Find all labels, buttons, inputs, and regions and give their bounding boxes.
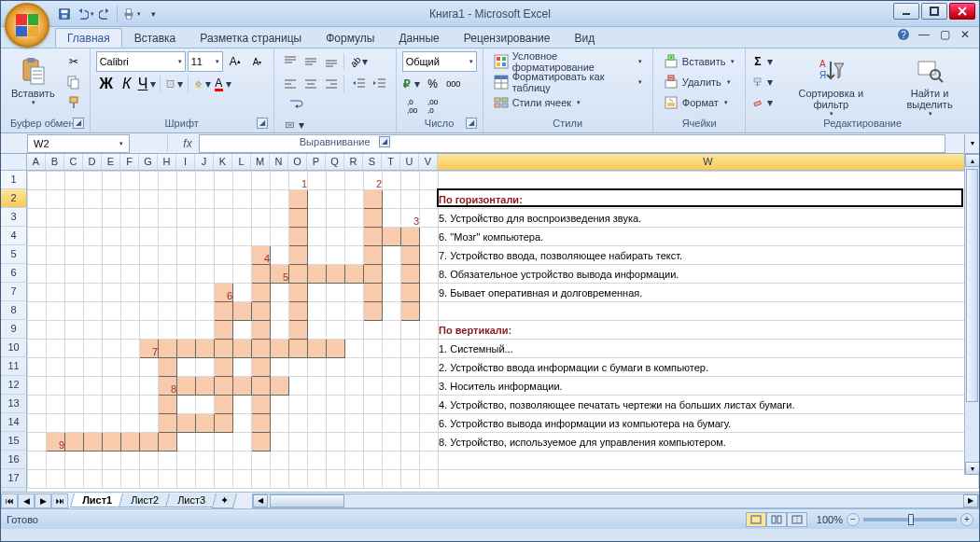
cell-J10[interactable] <box>196 340 215 358</box>
cell-H6[interactable] <box>159 265 177 284</box>
cell-U10[interactable] <box>401 340 420 358</box>
cell-A5[interactable] <box>28 246 47 265</box>
cell-I17[interactable] <box>177 470 196 489</box>
cell-S6[interactable] <box>364 265 383 284</box>
cell-L16[interactable] <box>233 452 252 470</box>
cell-J4[interactable] <box>196 228 215 246</box>
cell-C12[interactable] <box>65 377 84 396</box>
percent-button[interactable]: % <box>423 74 443 94</box>
cell-B2[interactable] <box>47 190 65 209</box>
cell-K12[interactable] <box>215 377 233 396</box>
bold-button[interactable]: Ж <box>96 74 117 94</box>
cell-G4[interactable] <box>140 228 159 246</box>
name-box[interactable]: W2▾ <box>27 134 130 153</box>
cell-G16[interactable] <box>140 452 159 470</box>
wrap-text-button[interactable] <box>284 94 308 115</box>
cell-R6[interactable] <box>345 265 364 284</box>
tab-data[interactable]: Данные <box>386 28 451 48</box>
cell-D2[interactable] <box>84 190 103 209</box>
cell-T3[interactable] <box>383 209 401 228</box>
cell-L15[interactable] <box>233 433 252 452</box>
cell-M2[interactable] <box>252 190 271 209</box>
cell-S15[interactable] <box>364 433 383 452</box>
cell-G14[interactable] <box>140 414 159 433</box>
cell-R12[interactable] <box>345 377 364 396</box>
cell-L9[interactable] <box>233 321 252 340</box>
cell-A12[interactable] <box>28 377 47 396</box>
cell-W11[interactable]: 2. Устройство ввода информации с бумаги … <box>439 358 979 377</box>
decrease-decimal-button[interactable]: ,00,0 <box>423 96 443 117</box>
cell-V15[interactable] <box>420 433 439 452</box>
maximize-button[interactable] <box>921 3 947 20</box>
cell-T2[interactable] <box>383 190 401 209</box>
col-header-C[interactable]: C <box>64 154 83 170</box>
cell-P5[interactable] <box>308 246 327 265</box>
cell-V12[interactable] <box>420 377 439 396</box>
indent-button[interactable] <box>370 74 390 94</box>
cell-G2[interactable] <box>140 190 159 209</box>
accounting-button[interactable]: ₽▾ <box>402 74 423 94</box>
cell-K4[interactable] <box>215 228 233 246</box>
cell-S4[interactable] <box>364 228 383 246</box>
cell-V5[interactable] <box>420 246 439 265</box>
cell-H8[interactable] <box>159 302 177 321</box>
cell-M11[interactable] <box>252 358 271 377</box>
cell-R1[interactable] <box>345 172 364 190</box>
cell-A1[interactable] <box>28 172 47 190</box>
cell-G12[interactable] <box>140 377 159 396</box>
cell-F13[interactable] <box>121 396 140 414</box>
cell-L14[interactable] <box>233 414 252 433</box>
cell-G11[interactable] <box>140 358 159 377</box>
row-header-1[interactable]: 1 <box>1 171 26 189</box>
cell-I5[interactable] <box>177 246 196 265</box>
cell-B16[interactable] <box>47 452 65 470</box>
cell-M12[interactable] <box>252 377 271 396</box>
cell-T16[interactable] <box>383 452 401 470</box>
cell-M8[interactable] <box>252 302 271 321</box>
cell-S13[interactable] <box>364 396 383 414</box>
sheet-tab-3[interactable]: Лист3 <box>165 493 217 507</box>
cell-W2[interactable]: По горизонтали: <box>439 190 979 209</box>
cell-O15[interactable] <box>289 433 308 452</box>
column-headers[interactable]: ABCDEFGHIJKLMNOPQRSTUVW <box>27 154 979 171</box>
row-header-5[interactable]: 5 <box>1 245 26 264</box>
cell-T13[interactable] <box>383 396 401 414</box>
cell-T4[interactable] <box>383 228 401 246</box>
cell-H11[interactable] <box>159 358 177 377</box>
tab-insert[interactable]: Вставка <box>122 28 189 48</box>
cell-Q5[interactable] <box>327 246 345 265</box>
cell-C3[interactable] <box>65 209 84 228</box>
col-header-P[interactable]: P <box>307 154 326 170</box>
cell-Q13[interactable] <box>327 396 345 414</box>
cell-C6[interactable] <box>65 265 84 284</box>
font-size-combo[interactable]: 11▾ <box>188 51 223 72</box>
cell-J14[interactable] <box>196 414 215 433</box>
new-sheet-button[interactable]: ✦ <box>212 493 237 508</box>
cell-C2[interactable] <box>65 190 84 209</box>
cell-P7[interactable] <box>308 284 327 302</box>
cell-F14[interactable] <box>121 414 140 433</box>
cell-A7[interactable] <box>28 284 47 302</box>
cell-O8[interactable] <box>289 302 308 321</box>
cell-N5[interactable] <box>271 246 289 265</box>
cells-area[interactable]: 12По горизонтали:35. Устройство для восп… <box>27 171 979 492</box>
cell-C5[interactable] <box>65 246 84 265</box>
col-header-S[interactable]: S <box>363 154 382 170</box>
cell-E10[interactable] <box>103 340 121 358</box>
cell-F17[interactable] <box>121 470 140 489</box>
cell-P3[interactable] <box>308 209 327 228</box>
cell-V10[interactable] <box>420 340 439 358</box>
cell-F6[interactable] <box>121 265 140 284</box>
col-header-V[interactable]: V <box>419 154 438 170</box>
cell-H1[interactable] <box>159 172 177 190</box>
cell-H14[interactable] <box>159 414 177 433</box>
cell-L10[interactable] <box>233 340 252 358</box>
cell-R17[interactable] <box>345 470 364 489</box>
cell-J7[interactable] <box>196 284 215 302</box>
cell-M14[interactable] <box>252 414 271 433</box>
cell-E4[interactable] <box>103 228 121 246</box>
cell-W14[interactable]: 6. Устройство вывода информации из компь… <box>439 414 979 433</box>
cell-W7[interactable]: 9. Бывает оперативная и долговременная. <box>439 284 979 302</box>
cell-J2[interactable] <box>196 190 215 209</box>
cell-T7[interactable] <box>383 284 401 302</box>
